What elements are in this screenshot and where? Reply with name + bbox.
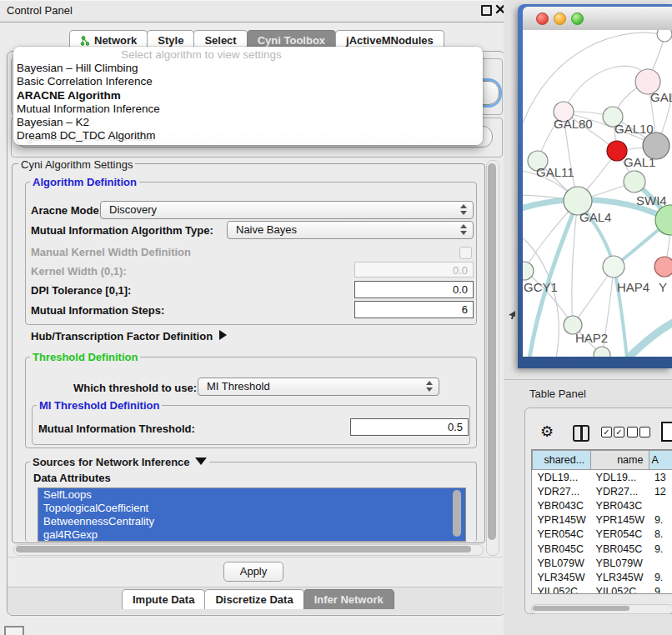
tab-infer-network[interactable]: Infer Network [303, 589, 394, 609]
table-panel-title: Table Panel [529, 388, 586, 400]
divider [8, 557, 503, 558]
mi-threshold-field[interactable]: 0.5 [350, 418, 469, 436]
table-cell: YBL079W [533, 556, 591, 570]
table-cell: YLR345W [533, 570, 591, 584]
node-label: GAL1 [624, 155, 655, 169]
network-node-y[interactable] [654, 257, 672, 277]
settings-vertical-scrollbar-thumb[interactable] [488, 163, 496, 540]
dropdown-item[interactable]: Bayesian – Hill Climbing [17, 62, 479, 75]
table-column-header[interactable]: shared... [533, 451, 591, 470]
manual-kernel-checkbox[interactable] [459, 247, 472, 259]
network-node[interactable] [657, 30, 672, 42]
dropdown-item[interactable]: Mutual Information Inference [17, 102, 479, 116]
manual-kernel-label: Manual Kernel Width Definition [31, 246, 191, 258]
node-label: HAP2 [575, 331, 608, 345]
zoom-traffic-light-icon[interactable] [571, 12, 584, 25]
table-horizontal-scrollbar-thumb[interactable] [533, 606, 629, 611]
table-row[interactable]: YBR045CYBR045C9. [533, 542, 672, 556]
table-row[interactable]: YIL052CYIL052C9. [533, 585, 672, 595]
hub-section-toggle[interactable]: Hub/Transcription Factor Definition [31, 330, 227, 342]
stepper-icon [426, 381, 433, 392]
data-attributes-label: Data Attributes [33, 472, 111, 484]
mi-steps-field[interactable]: 6 [354, 301, 474, 318]
network-window-titlebar[interactable] [523, 7, 672, 31]
mi-type-label: Mutual Information Algorithm Type: [31, 224, 213, 237]
minimized-panel-button[interactable] [4, 626, 24, 635]
table-cell: 8. [649, 528, 672, 542]
table-cell: YBR045C [591, 542, 649, 556]
table-row[interactable]: YBR043CYBR043C [533, 498, 672, 512]
node-label: GAL80 [554, 117, 593, 131]
attribute-item[interactable]: SelfLoops [38, 488, 465, 502]
data-attributes-list[interactable]: SelfLoopsTopologicalCoefficientBetweenne… [38, 488, 466, 542]
node-label: GCY1 [524, 280, 558, 294]
table-cell: YDR27... [591, 484, 649, 498]
dropdown-item[interactable]: Dream8 DC_TDC Algorithm [17, 129, 479, 142]
network-node[interactable] [594, 347, 610, 357]
table-row[interactable]: YBL079WYBL079W [533, 556, 672, 570]
table-cell: YBR043C [533, 498, 591, 512]
node-label: GAL [650, 90, 672, 104]
table-cell: 9. [649, 513, 672, 528]
table-cell: YLR345W [591, 570, 649, 584]
unchecked-checkbox-icon[interactable] [627, 427, 638, 438]
mi-type-select[interactable]: Naive Bayes [227, 221, 474, 239]
table-cell: YER054C [591, 528, 649, 542]
unchecked-checkbox-icon[interactable] [639, 427, 650, 438]
aracne-mode-select[interactable]: Discovery [100, 201, 474, 219]
table-row[interactable]: YLR345WYLR345W9. [533, 570, 672, 584]
attribute-item[interactable]: BetweennessCentrality [38, 515, 465, 528]
network-view-canvas[interactable]: GALGAL80GAL10GAL1GAL11SWI4GAL4GCY1HAP4YH… [523, 30, 672, 357]
node-label: GAL10 [614, 122, 654, 136]
checked-checkbox-icon[interactable]: ✓ [614, 427, 624, 438]
document-icon[interactable] [661, 422, 672, 442]
table-cell: YBR045C [533, 542, 591, 556]
settings-horizontal-scrollbar-thumb[interactable] [16, 546, 471, 552]
network-node-hap4[interactable] [603, 256, 624, 278]
algorithm-definition-title: Algorithm Definition [30, 176, 139, 188]
table-cell: YBR043C [591, 498, 649, 512]
table-cell: 9. [649, 542, 672, 556]
table-row[interactable]: YER054CYER054C8. [533, 528, 672, 542]
control-panel-title: Control Panel [7, 4, 73, 17]
which-threshold-select[interactable]: MI Threshold [198, 378, 439, 396]
gear-icon[interactable]: ⚙ [540, 423, 554, 440]
tab-impute-data[interactable]: Impute Data [122, 589, 205, 609]
table-row[interactable]: YPR145WYPR145W9. [533, 513, 672, 528]
dpi-tolerance-field[interactable]: 0.0 [354, 281, 474, 298]
table-row[interactable]: YDR27...YDR27...12 [533, 484, 672, 498]
node-attribute-table[interactable]: shared...nameA YDL19...YDL19...13YDR27..… [531, 449, 672, 594]
mi-threshold-label: Mutual Information Threshold: [38, 422, 195, 435]
dropdown-item[interactable]: ARACNE Algorithm [17, 89, 479, 102]
dpi-tolerance-label: DPI Tolerance [0,1]: [31, 284, 131, 297]
table-column-header[interactable]: A [649, 451, 672, 470]
dropdown-item[interactable]: Bayesian – K2 [17, 116, 479, 129]
minimize-traffic-light-icon[interactable] [554, 12, 566, 25]
float-window-icon[interactable] [481, 5, 492, 16]
close-traffic-light-icon[interactable] [536, 12, 549, 25]
sources-title-toggle[interactable]: Sources for Network Inference [30, 456, 209, 468]
table-cell: 9. [649, 585, 672, 595]
table-cell: YER054C [533, 528, 591, 542]
apply-button[interactable]: Apply [223, 562, 283, 582]
attribute-item[interactable]: TopologicalCoefficient [38, 502, 465, 515]
node-label: GAL4 [579, 210, 611, 224]
network-node-swi4[interactable] [624, 171, 645, 192]
dropdown-list: Bayesian – Hill ClimbingBasic Correlatio… [17, 62, 479, 143]
table-cell: YIL052C [591, 585, 649, 595]
table-cell: 9. [649, 570, 672, 584]
attribute-item[interactable]: gal4RGexp [38, 528, 465, 542]
checked-checkbox-icon[interactable]: ✓ [601, 427, 612, 438]
table-cell: 13 [649, 470, 672, 485]
columns-icon[interactable] [573, 425, 589, 442]
network-edge[interactable] [523, 233, 559, 357]
attributes-list-scrollbar[interactable] [453, 490, 461, 537]
settings-group-title: Cyni Algorithm Settings [18, 158, 135, 171]
kernel-width-label: Kernel Width (0,1): [31, 265, 127, 278]
table-cell: YDL19... [533, 470, 591, 485]
network-edge-highlighted[interactable] [628, 320, 672, 357]
table-column-header[interactable]: name [591, 451, 649, 470]
tab-discretize-data[interactable]: Discretize Data [204, 589, 303, 609]
table-row[interactable]: YDL19...YDL19...13 [533, 470, 672, 485]
dropdown-item[interactable]: Basic Correlation Inference [17, 75, 479, 88]
